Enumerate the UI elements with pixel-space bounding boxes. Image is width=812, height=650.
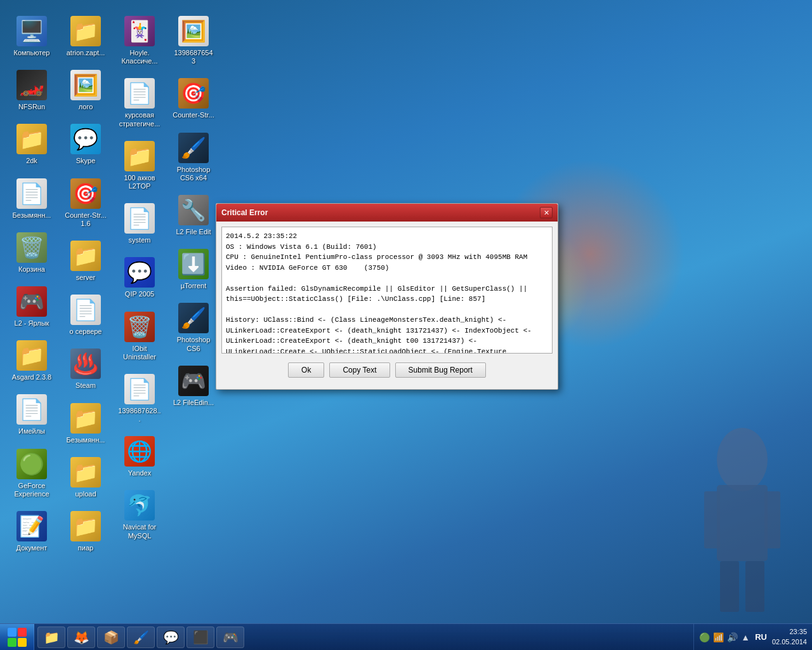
icon-image-photoshop-cs6: 🖌️ — [178, 303, 209, 333]
icon-image-folder-server: 📁 — [70, 241, 101, 271]
desktop-icon-file-1398[interactable]: 📄1398687628... — [114, 371, 165, 427]
taskbar-item-skype-tb[interactable]: 💬 — [157, 627, 185, 648]
taskbar-item-winrar[interactable]: 📦 — [97, 627, 125, 648]
icon-label-counter-str2: Counter-Str... — [173, 111, 214, 119]
taskbar-item-terminal[interactable]: ⬛ — [187, 627, 214, 648]
language-badge[interactable]: RU — [755, 632, 767, 642]
desktop-icon-navicat[interactable]: 🐬Navicat for MySQL — [114, 487, 165, 543]
dialog-copy-button[interactable]: Copy Text — [329, 362, 390, 378]
desktop-icon-hoyle[interactable]: 🃏Hoyle. Классиче... — [114, 13, 165, 69]
icon-label-photoshop-cs6: Photoshop CS6 — [171, 336, 216, 352]
icon-label-computer: Компьютер — [14, 49, 50, 57]
taskbar-icon-terminal: ⬛ — [193, 630, 209, 645]
svg-rect-3 — [764, 491, 780, 548]
desktop-icon-skype[interactable]: 💬Skype — [60, 121, 111, 168]
icon-image-folder-bezymyan: 📁 — [70, 403, 101, 434]
icon-label-skype: Skype — [76, 157, 96, 165]
desktop-icon-recycle[interactable]: 🗑️Корзина — [6, 229, 57, 277]
windows-logo — [8, 628, 27, 647]
dialog-titlebar: Critical Error ✕ — [216, 204, 558, 222]
start-button[interactable] — [0, 624, 34, 651]
icon-image-steam: ♨️ — [70, 348, 101, 379]
icon-image-system: 📄 — [124, 203, 155, 234]
desktop-icon-geforce[interactable]: 🟢GeForce Experience — [6, 446, 57, 501]
desktop-icon-folder-piar[interactable]: 📁пиар — [60, 508, 111, 555]
dialog-buttons: Ok Copy Text Submit Bug Report — [221, 356, 553, 384]
desktop-icon-qip2005[interactable]: 💬QIP 2005 — [114, 254, 165, 302]
taskbar-item-photoshop-tb[interactable]: 🖌️ — [127, 627, 155, 648]
taskbar-icon-winrar: 📦 — [103, 630, 119, 645]
icon-label-file-unnamed: Безымянн... — [13, 211, 51, 220]
desktop-icon-l2-shortcut[interactable]: 🎮L2 - Ярлык — [6, 283, 57, 331]
network-tray-icon[interactable]: 📶 — [713, 632, 724, 642]
desktop-icon-folder-upload[interactable]: 📁upload — [60, 454, 111, 501]
icon-label-l2-shortcut: L2 - Ярлык — [15, 319, 49, 328]
desktop-icon-grid: 🖥️Компьютер🏎️NFSRun📁2dk📄Безымянн...🗑️Кор… — [0, 6, 203, 603]
icon-image-file-1398: 📄 — [124, 374, 155, 404]
icon-image-folder-upload: 📁 — [70, 457, 101, 488]
icon-image-qip2005: 💬 — [124, 257, 155, 288]
icon-label-email: Имейлы — [18, 427, 45, 435]
nvidia-tray-icon[interactable]: 🟢 — [699, 632, 710, 642]
dialog-close-button[interactable]: ✕ — [540, 207, 553, 218]
icon-label-asgard: Asgard 2.3.8 — [12, 373, 51, 381]
desktop-icon-file-1398b[interactable]: 🖼️1398687654 3 — [168, 13, 219, 69]
desktop-icon-atrion[interactable]: 📁atrion.zapt... — [60, 13, 111, 60]
desktop-icon-system[interactable]: 📄system — [114, 200, 165, 248]
icon-label-qip2005: QIP 2005 — [125, 290, 154, 298]
desktop-icon-photoshop-cs6-x64[interactable]: 🖌️Photoshop CS6 x64 — [168, 129, 219, 185]
desktop-icon-logo[interactable]: 🖼️лого — [60, 67, 111, 114]
icon-label-kursovaya: курсовая стратегиче... — [117, 111, 162, 128]
desktop-icon-email[interactable]: 📄Имейлы — [6, 391, 57, 439]
icon-label-folder-bezymyan: Безымянн... — [67, 436, 105, 444]
icon-image-email: 📄 — [16, 394, 47, 425]
arrow-tray-icon[interactable]: ▲ — [741, 632, 750, 642]
desktop-icon-l2top-100[interactable]: 📁100 акков L2TOP — [114, 138, 165, 194]
desktop-icon-asgard[interactable]: 📁Asgard 2.3.8 — [6, 337, 57, 385]
desktop-icon-file-oservere[interactable]: 📄о сервере — [60, 291, 111, 339]
desktop-icon-counter-str[interactable]: 🎯Counter-Str... 1.6 — [60, 175, 111, 231]
desktop-icon-iobit[interactable]: 🗑️IObit Uninstaller — [114, 308, 165, 364]
dialog-submit-button[interactable]: Submit Bug Report — [395, 362, 486, 378]
desktop-icon-folder-server[interactable]: 📁server — [60, 237, 111, 285]
clock-date: 02.05.2014 — [772, 637, 807, 647]
icon-image-folder-piar: 📁 — [70, 511, 101, 541]
desktop-icon-steam[interactable]: ♨️Steam — [60, 345, 111, 393]
taskbar-icon-lineage: 🎮 — [223, 630, 239, 645]
desktop-icon-folder-bezymyan[interactable]: 📁Безымянн... — [60, 400, 111, 448]
taskbar-item-explorer[interactable]: 📁 — [37, 627, 65, 648]
desktop-icon-photoshop-cs6[interactable]: 🖌️Photoshop CS6 — [168, 300, 219, 355]
icon-image-iobit: 🗑️ — [124, 312, 155, 342]
desktop-icon-l2file-edit[interactable]: 🔧L2 File Edit — [168, 192, 219, 239]
desktop-icon-yandex[interactable]: 🌐Yandex — [114, 433, 165, 481]
icon-label-folder-2dk: 2dk — [26, 157, 37, 165]
desktop-icon-l2fileedit2[interactable]: 🎮L2 FileEdin... — [168, 362, 219, 410]
taskbar-icon-skype-tb: 💬 — [163, 630, 179, 645]
dialog-content-area[interactable] — [221, 227, 553, 354]
dialog-ok-button[interactable]: Ok — [288, 362, 324, 378]
icon-label-utorrent: µTorrent — [181, 282, 207, 290]
icon-image-l2fileedit2: 🎮 — [178, 366, 209, 396]
icon-label-word-doc: Документ — [16, 544, 48, 552]
critical-error-dialog[interactable]: Critical Error ✕ Ok Copy Text Submit Bug… — [216, 203, 558, 390]
desktop-icon-nfsrun[interactable]: 🏎️NFSRun — [6, 67, 57, 114]
volume-tray-icon[interactable]: 🔊 — [727, 632, 738, 642]
desktop-icon-computer[interactable]: 🖥️Компьютер — [6, 13, 57, 60]
icon-label-navicat: Navicat for MySQL — [117, 523, 162, 540]
desktop-icon-word-doc[interactable]: 📝Документ — [6, 508, 57, 555]
icon-image-geforce: 🟢 — [16, 449, 47, 479]
icon-label-iobit: IObit Uninstaller — [117, 345, 162, 361]
taskbar-icon-yandex-browser: 🦊 — [74, 630, 89, 645]
icon-label-recycle: Корзина — [18, 265, 45, 274]
icon-image-kursovaya: 📄 — [124, 78, 155, 109]
taskbar-item-lineage[interactable]: 🎮 — [216, 627, 244, 648]
taskbar-item-yandex-browser[interactable]: 🦊 — [67, 627, 95, 648]
desktop-icon-file-unnamed[interactable]: 📄Безымянн... — [6, 175, 57, 223]
desktop-icon-utorrent[interactable]: ⬇️µTorrent — [168, 246, 219, 293]
icon-image-file-unnamed: 📄 — [16, 178, 47, 209]
icon-image-hoyle: 🃏 — [124, 16, 155, 46]
icon-label-steam: Steam — [75, 381, 96, 390]
desktop-icon-counter-str2[interactable]: 🎯Counter-Str... — [168, 75, 219, 123]
desktop-icon-folder-2dk[interactable]: 📁2dk — [6, 121, 57, 168]
desktop-icon-kursovaya[interactable]: 📄курсовая стратегиче... — [114, 75, 165, 131]
